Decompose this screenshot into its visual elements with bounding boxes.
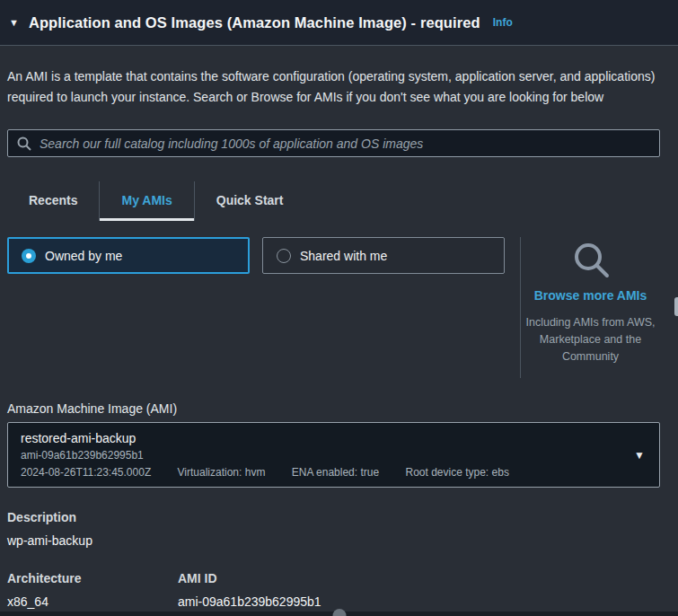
radio-selected-icon[interactable]	[22, 249, 36, 263]
drag-handle-icon[interactable]	[332, 609, 346, 616]
radio-label: Owned by me	[45, 249, 122, 263]
browse-more-amis-panel: Browse more AMIs Including AMIs from AWS…	[520, 237, 660, 378]
section-header: ▼ Application and OS Images (Amazon Mach…	[0, 0, 678, 46]
radio-card-owned-by-me[interactable]: Owned by me	[7, 237, 250, 274]
split-panel-resize-bar[interactable]	[0, 612, 678, 616]
description-label: Description	[7, 510, 660, 524]
architecture-column: Architecture x86_64	[7, 571, 178, 609]
search-icon	[17, 136, 31, 151]
tab-quick-start[interactable]: Quick Start	[194, 181, 305, 221]
ami-search-input[interactable]	[40, 136, 650, 151]
radio-unselected-icon[interactable]	[277, 249, 291, 263]
ami-id: ami-09a61b239b62995b1	[21, 449, 623, 462]
ami-root-device-type: Root device type: ebs	[405, 466, 508, 479]
detail-row: Architecture x86_64 AMI ID ami-09a61b239…	[7, 571, 660, 609]
scrollbar-thumb[interactable]	[674, 297, 678, 316]
architecture-value: x86_64	[7, 594, 178, 609]
ami-ena-enabled: ENA enabled: true	[292, 466, 379, 479]
ami-virtualization: Virtualization: hvm	[178, 466, 266, 479]
tab-my-amis[interactable]: My AMIs	[99, 181, 193, 221]
ami-select-label: Amazon Machine Image (AMI)	[7, 401, 660, 416]
ami-section-panel: ▼ Application and OS Images (Amazon Mach…	[0, 0, 678, 616]
ami-meta-row: 2024-08-26T11:23:45.000Z Virtualization:…	[21, 466, 623, 479]
dropdown-caret-icon[interactable]: ▼	[634, 449, 645, 462]
section-title: Application and OS Images (Amazon Machin…	[29, 14, 480, 31]
browse-magnifier-icon	[570, 239, 612, 280]
radio-label: Shared with me	[300, 249, 387, 263]
architecture-label: Architecture	[7, 571, 178, 585]
ami-intro-text: An AMI is a template that contains the s…	[7, 66, 660, 108]
browse-more-amis-subtitle: Including AMIs from AWS, Marketplace and…	[524, 314, 656, 365]
ami-timestamp: 2024-08-26T11:23:45.000Z	[21, 466, 151, 479]
ownership-and-browse-row: Owned by me Shared with me Browse more A…	[7, 237, 660, 378]
ami-id-label: AMI ID	[178, 571, 348, 585]
ami-search-box[interactable]	[7, 129, 660, 157]
browse-more-amis-link[interactable]: Browse more AMIs	[524, 288, 656, 303]
collapse-caret-icon[interactable]: ▼	[9, 17, 19, 28]
ami-id-value: ami-09a61b239b62995b1	[178, 594, 348, 609]
ami-select-dropdown[interactable]: restored-ami-backup ami-09a61b239b62995b…	[7, 422, 660, 488]
ami-name: restored-ami-backup	[21, 431, 623, 445]
section-content: An AMI is a template that contains the s…	[0, 66, 678, 609]
info-link[interactable]: Info	[493, 16, 513, 29]
ami-source-tabs: Recents My AMIs Quick Start	[7, 181, 660, 221]
description-value: wp-ami-backup	[7, 533, 660, 548]
ami-id-column: AMI ID ami-09a61b239b62995b1	[178, 571, 348, 609]
tab-recents[interactable]: Recents	[7, 181, 99, 221]
ami-details: Description wp-ami-backup Architecture x…	[7, 510, 660, 609]
ownership-options: Owned by me Shared with me	[7, 237, 505, 378]
radio-card-shared-with-me[interactable]: Shared with me	[262, 237, 505, 274]
